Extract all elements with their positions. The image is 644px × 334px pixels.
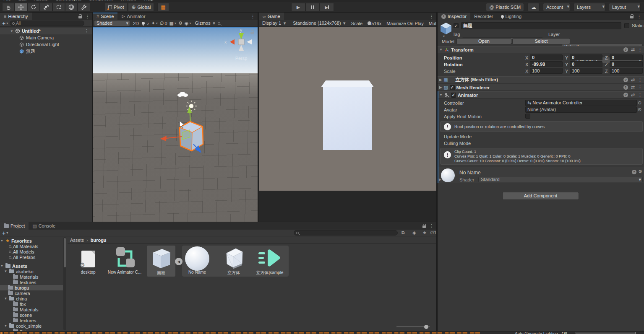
material-foldout-arrow-icon[interactable]: ▶	[439, 178, 441, 181]
tree-item-favorites[interactable]: ▼★Favorites	[0, 238, 67, 243]
rotate-tool-button[interactable]	[27, 3, 40, 11]
cloud-button[interactable]: ☁	[527, 3, 540, 11]
search-by-type-icon[interactable]: ⧉	[402, 230, 405, 236]
tree-item-all-prefabs[interactable]: All Prefabs	[0, 254, 67, 260]
tab-console[interactable]: ▤ Console	[29, 222, 59, 230]
maximize-on-play-toggle[interactable]: Maximize On Play	[386, 21, 424, 26]
tree-scrollbar-thumb[interactable]	[64, 238, 66, 267]
game-viewport[interactable]	[259, 27, 436, 191]
kebab-menu-icon[interactable]: ⋮	[638, 77, 642, 83]
lock-icon[interactable]	[422, 224, 426, 228]
hierarchy-item-main-camera[interactable]: Main Camera	[0, 34, 92, 41]
kebab-menu-icon[interactable]: ⋮	[637, 14, 641, 19]
scene-lighting-toggle-icon[interactable]	[142, 22, 145, 25]
plastic-scm-button[interactable]: @ Plastic SCM	[486, 3, 524, 11]
animator-component-header[interactable]: ▼ ✓ Animator ?⇄⋮	[438, 91, 644, 98]
scale-slider-thumb[interactable]	[368, 21, 371, 25]
tree-scrollbar[interactable]	[63, 237, 66, 330]
hierarchy-item-mudai[interactable]: 無題	[0, 48, 92, 54]
console-status-message[interactable]	[4, 332, 482, 334]
lock-icon[interactable]	[630, 14, 634, 18]
lock-icon[interactable]	[78, 14, 82, 18]
tree-item-china-scene[interactable]: scene	[0, 312, 67, 318]
hierarchy-search[interactable]	[10, 21, 84, 26]
avatar-picker-icon[interactable]: ⊙	[638, 107, 641, 112]
model-select-button[interactable]: Select	[512, 38, 570, 44]
effects-toggle-icon[interactable]: ✦	[151, 21, 155, 26]
object-icon-dropdown[interactable]: ▾	[443, 34, 445, 38]
menu-window[interactable]: Window	[120, 0, 136, 1]
kebab-menu-icon[interactable]: ⋮	[250, 14, 255, 19]
transform-tool-button[interactable]	[65, 3, 78, 11]
kebab-menu-icon[interactable]: ⋮	[429, 14, 434, 19]
scene-tools-icon[interactable]: ⚙	[178, 21, 183, 26]
pause-button[interactable]	[305, 3, 320, 11]
add-component-button[interactable]: Add Component	[502, 192, 579, 200]
presets-icon[interactable]: ⇄	[631, 85, 635, 90]
foldout-arrow-icon[interactable]: ▶	[439, 85, 442, 89]
scene-cube[interactable]	[180, 122, 203, 151]
rotation-z-field[interactable]	[610, 61, 643, 67]
camera-dropdown-icon[interactable]: ▾	[189, 21, 191, 25]
animator-enabled-checkbox[interactable]: ✓	[451, 93, 456, 98]
kebab-menu-icon[interactable]: ⋮	[638, 92, 642, 98]
tree-item-burogu[interactable]: burogu	[0, 285, 63, 290]
create-add-dropdown-icon[interactable]: ▾	[6, 231, 8, 235]
mesh-renderer-enabled-checkbox[interactable]: ✓	[450, 85, 455, 90]
asset-item-mudai[interactable]: 無題	[142, 246, 180, 296]
tree-item-akabeko-materials[interactable]: Materials	[0, 274, 67, 280]
position-y-field[interactable]	[570, 54, 602, 60]
tab-recorder[interactable]: Recorder	[470, 13, 497, 20]
directional-light-gizmo[interactable]	[186, 101, 197, 111]
help-icon[interactable]: ?	[632, 170, 636, 174]
menu-edit[interactable]: Edit	[18, 0, 26, 1]
asset-item-no-name[interactable]: No Name	[178, 246, 216, 296]
presets-icon[interactable]: ⇄	[631, 92, 635, 98]
hidden-objects-toggle[interactable]: ∅0	[160, 21, 167, 26]
help-icon[interactable]: ?	[623, 47, 628, 52]
grid-visibility-icon[interactable]: ▦	[169, 21, 174, 26]
create-add-button[interactable]: +	[0, 20, 6, 27]
cloud-gizmo[interactable]	[177, 92, 188, 97]
position-z-field[interactable]	[610, 54, 643, 60]
step-button[interactable]: ▶	[320, 3, 334, 11]
foldout-arrow-icon[interactable]: ▼	[439, 93, 443, 97]
mute-audio-toggle[interactable]: Mute Aud	[429, 21, 436, 26]
scale-z-field[interactable]	[610, 68, 643, 74]
position-x-field[interactable]	[530, 54, 563, 60]
thumbnail-size-slider-thumb[interactable]	[424, 325, 428, 329]
asset-item-rippoutai-sample[interactable]: 立方体|sample	[251, 246, 289, 296]
asset-item-animator-controller[interactable]: New Animator C...	[106, 246, 143, 296]
tree-item-china-textures[interactable]: textures	[0, 318, 67, 323]
scale-tool-button[interactable]	[40, 3, 52, 11]
project-search-input[interactable]	[300, 230, 395, 235]
tree-item-cook-simple[interactable]: ▼cook_simple	[0, 323, 67, 329]
foldout-arrow-icon[interactable]: ▼	[10, 29, 13, 33]
rect-tool-button[interactable]	[52, 3, 65, 11]
static-dropdown[interactable]: Static	[630, 23, 644, 28]
tab-project[interactable]: Project	[0, 222, 29, 230]
grid-snap-button[interactable]: ▦	[157, 3, 169, 11]
avatar-object-field[interactable]: None (Avatar)	[525, 106, 637, 113]
scene-camera-icon[interactable]: ◉	[185, 21, 189, 26]
2d-toggle[interactable]: 2D	[132, 21, 140, 26]
grid-dropdown-icon[interactable]: ▾	[175, 21, 176, 25]
create-add-button[interactable]: +	[0, 230, 6, 236]
hidden-packages-toggle[interactable]: ∅1	[430, 230, 436, 236]
apply-root-motion-checkbox[interactable]	[525, 114, 530, 119]
layers-dropdown[interactable]: Layers	[574, 3, 605, 11]
help-icon[interactable]: ?	[623, 85, 628, 90]
scene-viewport[interactable]: y x Persp	[93, 27, 258, 222]
gizmos-dropdown[interactable]: Gizmos	[193, 20, 215, 26]
object-active-checkbox[interactable]: ✓	[454, 23, 459, 28]
tree-item-china-materials[interactable]: Materials	[0, 307, 67, 312]
shading-mode-dropdown[interactable]: Shaded	[94, 20, 130, 26]
help-icon[interactable]: ?	[623, 93, 628, 97]
tree-item-all-models[interactable]: All Models	[0, 249, 67, 254]
hand-tool-button[interactable]	[2, 3, 15, 11]
rotation-y-field[interactable]	[570, 61, 602, 67]
create-add-dropdown-icon[interactable]: ▾	[6, 21, 8, 25]
menu-component[interactable]: Component	[89, 0, 112, 1]
tree-item-china-fbx[interactable]: fbx	[0, 301, 67, 307]
gear-icon[interactable]: ⚙	[638, 169, 642, 174]
